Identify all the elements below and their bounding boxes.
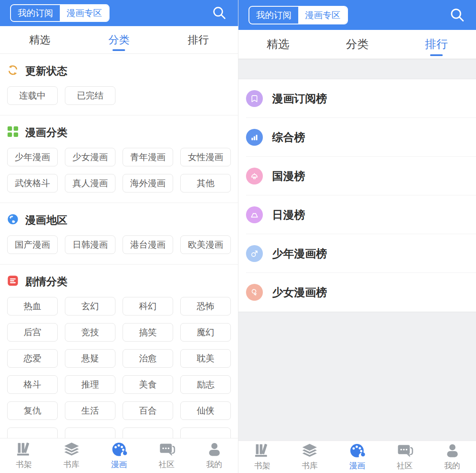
tab-categories[interactable]: 分类 bbox=[79, 26, 158, 53]
tag[interactable]: 连载中 bbox=[7, 86, 58, 105]
nav-comics[interactable]: 漫画 bbox=[334, 441, 381, 473]
tab-featured[interactable]: 精选 bbox=[238, 30, 318, 59]
male-icon bbox=[246, 245, 263, 262]
nav-community[interactable]: 社区 bbox=[381, 441, 428, 473]
subscription-zone-toggle: 我的订阅 漫画专区 bbox=[249, 6, 348, 24]
list-icon bbox=[7, 275, 19, 288]
fuji-icon bbox=[246, 206, 263, 223]
tag[interactable]: 国产漫画 bbox=[7, 235, 58, 254]
ranking-item-subscription[interactable]: 漫画订阅榜 bbox=[238, 79, 476, 118]
tag-partial[interactable] bbox=[65, 428, 115, 438]
tag[interactable]: 青年漫画 bbox=[123, 148, 173, 166]
nav-library[interactable]: 书库 bbox=[286, 441, 334, 473]
tag[interactable]: 复仇 bbox=[7, 401, 58, 420]
search-icon[interactable] bbox=[211, 5, 228, 21]
tag[interactable]: 后宫 bbox=[7, 323, 58, 342]
tag[interactable]: 科幻 bbox=[123, 297, 173, 315]
tag[interactable]: 真人漫画 bbox=[65, 174, 115, 192]
tag[interactable]: 悬疑 bbox=[65, 349, 115, 368]
category-tabbar: 精选 分类 排行 bbox=[0, 26, 238, 54]
tag[interactable]: 其他 bbox=[180, 174, 231, 192]
tag[interactable]: 耽美 bbox=[180, 349, 231, 368]
tag[interactable]: 推理 bbox=[65, 375, 115, 394]
tag[interactable]: 励志 bbox=[180, 375, 231, 394]
nav-comics[interactable]: 漫画 bbox=[95, 438, 143, 473]
tag[interactable]: 玄幻 bbox=[65, 297, 115, 315]
tag[interactable]: 少女漫画 bbox=[65, 148, 115, 166]
tag-partial[interactable] bbox=[123, 428, 173, 438]
tag[interactable]: 热血 bbox=[7, 297, 58, 315]
nav-label: 漫画 bbox=[111, 459, 127, 470]
tab-rankings[interactable]: 排行 bbox=[159, 26, 238, 53]
ranking-label: 日漫榜 bbox=[272, 208, 305, 222]
toggle-my-subscriptions[interactable]: 我的订阅 bbox=[249, 7, 298, 24]
toggle-comic-zone[interactable]: 漫画专区 bbox=[60, 5, 109, 21]
tag[interactable]: 海外漫画 bbox=[123, 174, 173, 192]
nav-community[interactable]: 社区 bbox=[143, 438, 190, 473]
community-icon bbox=[396, 443, 414, 459]
tag[interactable]: 恐怖 bbox=[180, 297, 231, 315]
ranking-label: 少女漫画榜 bbox=[272, 285, 327, 300]
tab-categories[interactable]: 分类 bbox=[318, 30, 397, 59]
nav-label: 书架 bbox=[16, 459, 32, 470]
tag[interactable]: 少年漫画 bbox=[7, 148, 58, 166]
tag[interactable]: 港台漫画 bbox=[123, 235, 173, 254]
ranking-item-shoujo[interactable]: 少女漫画榜 bbox=[238, 273, 476, 312]
tag[interactable]: 生活 bbox=[65, 401, 115, 420]
dome-icon bbox=[246, 168, 263, 184]
toggle-comic-zone[interactable]: 漫画专区 bbox=[298, 7, 347, 24]
ranking-item-chinese-comics[interactable]: 国漫榜 bbox=[238, 157, 476, 195]
tag[interactable]: 恋爱 bbox=[7, 349, 58, 368]
nav-label: 我的 bbox=[206, 459, 222, 470]
nav-label: 社区 bbox=[397, 460, 413, 471]
globe-icon bbox=[7, 214, 19, 227]
tab-featured[interactable]: 精选 bbox=[0, 26, 79, 53]
nav-label: 我的 bbox=[444, 460, 460, 471]
search-icon[interactable] bbox=[449, 7, 466, 24]
app-header: 我的订阅 漫画专区 bbox=[238, 0, 476, 30]
category-tabbar: 精选 分类 排行 bbox=[238, 30, 476, 59]
tag[interactable]: 武侠格斗 bbox=[7, 174, 58, 192]
tag-partial[interactable] bbox=[7, 428, 58, 438]
tag[interactable]: 百合 bbox=[123, 401, 173, 420]
toggle-my-subscriptions[interactable]: 我的订阅 bbox=[11, 5, 60, 21]
palette-icon bbox=[349, 443, 365, 459]
tag[interactable]: 格斗 bbox=[7, 375, 58, 394]
tag[interactable]: 已完结 bbox=[65, 86, 115, 105]
subscription-zone-toggle: 我的订阅 漫画专区 bbox=[10, 4, 110, 22]
section-title: 漫画分类 bbox=[25, 126, 67, 139]
library-icon bbox=[300, 443, 319, 459]
tag[interactable]: 治愈 bbox=[123, 349, 173, 368]
tab-rankings[interactable]: 排行 bbox=[397, 30, 476, 59]
ranking-item-shonen[interactable]: 少年漫画榜 bbox=[238, 234, 476, 273]
tag[interactable]: 搞笑 bbox=[123, 323, 173, 342]
section-title: 更新状态 bbox=[25, 64, 67, 78]
bookmark-icon bbox=[246, 90, 263, 107]
tag[interactable]: 美食 bbox=[123, 375, 173, 394]
nav-bookshelf[interactable]: 书架 bbox=[238, 441, 286, 473]
section-update-status: 更新状态 连载中 已完结 bbox=[0, 54, 238, 115]
nav-library[interactable]: 书库 bbox=[48, 438, 95, 473]
tag[interactable]: 女性漫画 bbox=[180, 148, 231, 166]
ranking-list: 漫画订阅榜 综合榜 bbox=[238, 79, 476, 312]
nav-mine[interactable]: 我的 bbox=[190, 438, 238, 473]
section-comic-categories: 漫画分类 少年漫画 少女漫画 青年漫画 女性漫画 武侠格斗 真人漫画 海外漫画 … bbox=[0, 115, 238, 203]
ranking-label: 国漫榜 bbox=[272, 169, 305, 184]
ranking-item-japanese-comics[interactable]: 日漫榜 bbox=[238, 195, 476, 234]
ranking-item-overall[interactable]: 综合榜 bbox=[238, 118, 476, 157]
app-header: 我的订阅 漫画专区 bbox=[0, 0, 238, 26]
tag-partial[interactable] bbox=[180, 428, 231, 438]
nav-mine[interactable]: 我的 bbox=[428, 441, 476, 473]
section-plot-categories: 剧情分类 热血 玄幻 科幻 恐怖 后宫 竞技 搞笑 魔幻 恋爱 悬疑 治愈 耽美… bbox=[0, 265, 238, 438]
left-screen: 我的订阅 漫画专区 精选 分类 排行 bbox=[0, 0, 238, 473]
nav-label: 漫画 bbox=[349, 460, 365, 471]
tag[interactable]: 竞技 bbox=[65, 323, 115, 342]
tag[interactable]: 仙侠 bbox=[180, 401, 231, 420]
female-icon bbox=[246, 284, 263, 301]
tag[interactable]: 日韩漫画 bbox=[65, 235, 115, 254]
ranking-label: 漫画订阅榜 bbox=[272, 91, 327, 106]
nav-bookshelf[interactable]: 书架 bbox=[0, 438, 48, 473]
tag[interactable]: 魔幻 bbox=[180, 323, 231, 342]
ranking-label: 少年漫画榜 bbox=[272, 246, 327, 261]
tag[interactable]: 欧美漫画 bbox=[180, 235, 231, 254]
